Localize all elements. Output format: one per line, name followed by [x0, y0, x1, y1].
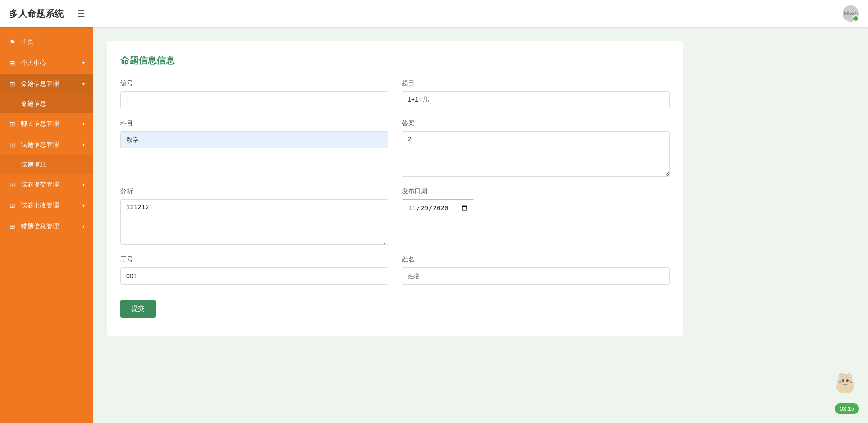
sidebar-item-exam-label: 试题信息管理: [21, 141, 80, 149]
grid-icon-exam: ⊞: [8, 141, 16, 149]
form-group-biaohao: 编号: [120, 79, 388, 108]
fenxi-textarea[interactable]: [120, 199, 388, 245]
sidebar-item-chat-label: 聊天信息管理: [21, 120, 80, 128]
sidebar-sub-label-exam-info: 试题信息: [21, 161, 46, 169]
menu-toggle-icon[interactable]: ☰: [77, 8, 85, 19]
daan-textarea[interactable]: [402, 131, 670, 177]
app-title: 多人命题系统: [9, 8, 64, 20]
arrow-icon-submit: ▾: [82, 182, 85, 188]
sidebar-item-chat-mgmt[interactable]: ⊞ 聊天信息管理 ▾: [0, 113, 93, 134]
arrow-icon-question: ▾: [82, 81, 85, 87]
arrow-icon-review: ▾: [82, 202, 85, 209]
arrow-icon-exam: ▾: [82, 142, 85, 148]
timue-input[interactable]: [402, 91, 670, 108]
sidebar-item-submit-mgmt[interactable]: ⊞ 试卷提交管理 ▾: [0, 174, 93, 195]
mascot[interactable]: [832, 369, 859, 396]
sidebar-item-question-mgmt[interactable]: ⊞ 命题信息管理 ▾: [0, 74, 93, 94]
sidebar-sub-item-exam-info[interactable]: 试题信息: [0, 155, 93, 174]
arrow-icon-chat: ▾: [82, 121, 85, 127]
sidebar-item-personal-label: 个人中心: [21, 59, 80, 67]
arrow-icon-error: ▾: [82, 223, 85, 230]
gonghao-input[interactable]: [120, 267, 388, 285]
header-left: 多人命题系统 ☰: [9, 8, 85, 20]
form-row-3: 分析 发布日期: [120, 187, 670, 245]
sidebar-item-error-mgmt[interactable]: ⊞ 错题信息管理 ▾: [0, 216, 93, 237]
svg-point-3: [846, 373, 852, 380]
form-group-faburi: 发布日期: [402, 187, 670, 245]
kemu-input[interactable]: [120, 131, 388, 148]
submit-button[interactable]: 提交: [120, 300, 156, 318]
form-group-timue: 题目: [402, 79, 670, 108]
sidebar-item-review-mgmt[interactable]: ⊞ 试卷批改管理 ▾: [0, 195, 93, 216]
sidebar: ⚑ 主页 ⊞ 个人中心 ▾ ⊞ 命题信息管理 ▾ 命题信息 ⊞ 聊天信息管理 ▾…: [0, 27, 93, 423]
main-layout: ⚑ 主页 ⊞ 个人中心 ▾ ⊞ 命题信息管理 ▾ 命题信息 ⊞ 聊天信息管理 ▾…: [0, 27, 868, 423]
fenxi-label: 分析: [120, 187, 388, 196]
sidebar-item-question-label: 命题信息管理: [21, 80, 80, 88]
kemu-label: 科目: [120, 119, 388, 128]
sidebar-item-submit-label: 试卷提交管理: [21, 181, 80, 189]
main-content: 命题信息信息 编号 题目 科目 答案: [93, 27, 868, 423]
time-badge: 03:15: [835, 403, 859, 414]
sidebar-item-home[interactable]: ⚑ 主页: [0, 32, 93, 53]
grid-icon-review: ⊞: [8, 202, 16, 210]
form-row-1: 编号 题目: [120, 79, 670, 108]
grid-icon-error: ⊞: [8, 222, 16, 231]
sidebar-sub-item-question-info[interactable]: 命题信息: [0, 94, 93, 113]
xingming-input[interactable]: [402, 267, 670, 285]
grid-icon-question: ⊞: [8, 80, 16, 88]
sidebar-item-review-label: 试卷批改管理: [21, 202, 80, 210]
daan-label: 答案: [402, 119, 670, 128]
arrow-icon-personal: ▾: [82, 60, 85, 66]
sidebar-item-home-label: 主页: [21, 38, 85, 46]
form-card: 命题信息信息 编号 题目 科目 答案: [107, 41, 683, 336]
svg-point-2: [839, 373, 844, 380]
timue-label: 题目: [402, 79, 670, 88]
form-group-daan: 答案: [402, 119, 670, 177]
biaohao-label: 编号: [120, 79, 388, 88]
mascot-icon: [832, 369, 859, 396]
sidebar-item-personal[interactable]: ⊞ 个人中心 ▾: [0, 53, 93, 74]
flag-icon: ⚑: [8, 38, 16, 46]
form-group-gonghao: 工号: [120, 256, 388, 285]
form-row-2: 科目 答案: [120, 119, 670, 177]
grid-icon-submit: ⊞: [8, 181, 16, 189]
sidebar-item-error-label: 错题信息管理: [21, 222, 80, 231]
gonghao-label: 工号: [120, 256, 388, 264]
form-title: 命题信息信息: [120, 54, 670, 67]
avatar[interactable]: 60x80: [843, 5, 859, 22]
sidebar-sub-label-question-info: 命题信息: [21, 100, 46, 108]
form-group-fenxi: 分析: [120, 187, 388, 245]
header: 多人命题系统 ☰ 60x80: [0, 0, 868, 27]
xingming-label: 姓名: [402, 256, 670, 264]
faburi-input[interactable]: [402, 199, 474, 216]
faburi-label: 发布日期: [402, 187, 670, 196]
grid-icon-personal: ⊞: [8, 59, 16, 67]
sidebar-item-exam-mgmt[interactable]: ⊞ 试题信息管理 ▾: [0, 134, 93, 155]
form-row-4: 工号 姓名: [120, 256, 670, 285]
form-group-xingming: 姓名: [402, 256, 670, 285]
grid-icon-chat: ⊞: [8, 120, 16, 128]
form-group-kemu: 科目: [120, 119, 388, 177]
biaohao-input[interactable]: [120, 91, 388, 108]
